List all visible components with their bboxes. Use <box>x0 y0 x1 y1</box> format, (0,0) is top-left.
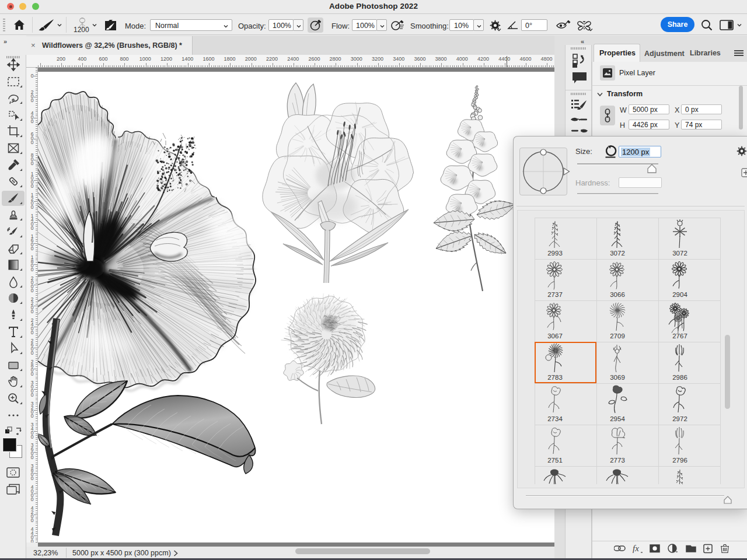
svg-text:fx: fx <box>633 544 639 553</box>
